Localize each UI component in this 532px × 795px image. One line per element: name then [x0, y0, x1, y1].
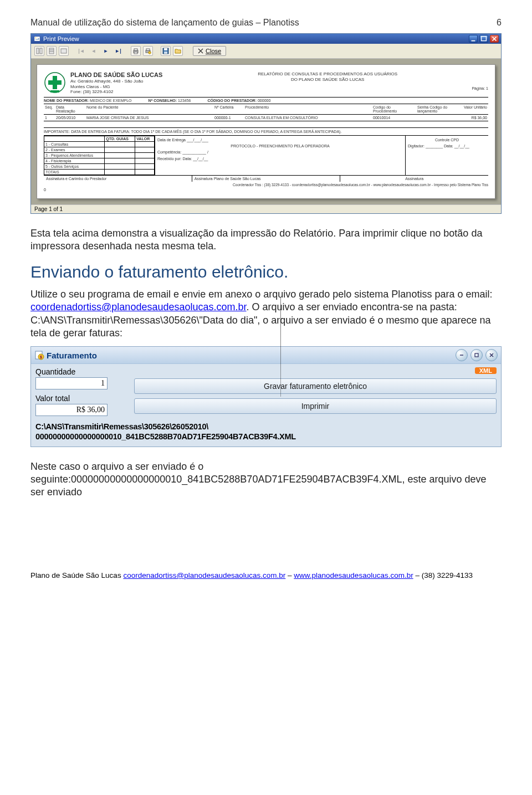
svg-rect-26: [475, 353, 478, 357]
body-text: Esta tela acima demonstra a visualização…: [30, 227, 502, 340]
svg-rect-9: [61, 49, 66, 53]
paragraph-2: Utilize o seu programa de email e envie …: [30, 288, 502, 340]
status-bar: Page 1 of 1: [31, 204, 501, 213]
close-button[interactable]: [485, 349, 498, 361]
svg-rect-3: [482, 37, 487, 41]
print-preview-window: Print Preview |◄ ◄ ► ►| Close: [30, 33, 502, 214]
close-window-button[interactable]: [490, 35, 499, 43]
close-icon: [198, 48, 203, 54]
heading-enviando: Enviando o faturamento eletrônico.: [30, 261, 502, 283]
svg-rect-2: [472, 40, 475, 42]
valor-total-input[interactable]: [35, 404, 108, 416]
last-page-icon[interactable]: ►|: [113, 46, 123, 56]
doc-title: Manual de utilização do sistema de lança…: [30, 18, 299, 28]
report-table-header: Seq. Data Realização Nome do Paciente Nº…: [44, 104, 488, 115]
maximize-button[interactable]: [470, 349, 483, 361]
report-sheet: PLANO DE SAÚDE SÃO LUCAS Av. Geraldo Ath…: [37, 64, 495, 199]
svg-rect-17: [164, 48, 167, 50]
print-icon[interactable]: [131, 46, 141, 56]
report-table-row: 1 20/05/2010 MARIA JOSE CRISTINA DE JESU…: [44, 115, 488, 121]
email-link[interactable]: coordenadortiss@planodesaudesaolucas.com…: [30, 301, 247, 312]
xml-badge: XML: [475, 367, 497, 374]
quantidade-input[interactable]: [35, 377, 108, 389]
quantidade-label: Quantidade: [35, 367, 124, 376]
gravar-faturamento-button[interactable]: Gravar faturamento eletrônico: [134, 378, 497, 394]
first-page-icon[interactable]: |◄: [76, 46, 86, 56]
faturamento-titlebar[interactable]: $ Faturamento: [31, 347, 501, 363]
save-icon[interactable]: [161, 46, 171, 56]
minimize-button[interactable]: [456, 349, 468, 361]
prev-page-icon[interactable]: ◄: [89, 46, 99, 56]
paragraph-1: Esta tela acima demonstra a visualização…: [30, 227, 502, 253]
paragraph-3: Neste caso o arquivo a ser enviado é o s…: [30, 460, 502, 499]
print-preview-titlebar[interactable]: Print Preview: [31, 34, 501, 44]
svg-rect-20: [50, 90, 59, 93]
file-path-label: C:\ANS\Transmitir\Remessas\305626\260520…: [31, 420, 501, 446]
svg-rect-12: [134, 52, 137, 54]
preview-icon: [33, 35, 41, 43]
faturamento-window: $ Faturamento Quantidade Valor total XML…: [30, 346, 502, 447]
svg-point-1: [35, 37, 37, 38]
zoom-100-icon[interactable]: [47, 46, 57, 56]
footer-site-link[interactable]: www.planodesaudesaolucas.com.br: [294, 571, 413, 579]
page-number: 6: [497, 18, 502, 28]
svg-rect-14: [146, 49, 150, 50]
svg-rect-18: [164, 52, 167, 54]
svg-rect-5: [40, 48, 42, 54]
summary-grid: QTD. GUIASVALOR 1 - Consultas 2 - Exames…: [44, 136, 488, 175]
svg-rect-0: [34, 37, 40, 42]
minimize-button[interactable]: [469, 35, 478, 43]
logo-icon: [44, 71, 66, 94]
valor-total-label: Valor total: [35, 394, 124, 403]
svg-rect-4: [37, 48, 39, 54]
next-page-icon[interactable]: ►: [101, 46, 111, 56]
svg-rect-11: [134, 49, 137, 50]
svg-point-15: [149, 52, 151, 54]
footer-email-link[interactable]: coordenadortiss@planodesaudesaolucas.com…: [123, 571, 285, 579]
print-preview-toolbar: |◄ ◄ ► ►| Close: [31, 44, 501, 59]
open-icon[interactable]: [173, 46, 183, 56]
faturamento-icon: $: [34, 350, 44, 360]
prestador-row: NOME DO PRESTADOR: MEDICO DE EXEMPLO Nº …: [44, 98, 488, 104]
svg-text:$: $: [40, 355, 42, 360]
maximize-button[interactable]: [479, 35, 488, 43]
doc-header: Manual de utilização do sistema de lança…: [30, 18, 502, 28]
zoom-fit-icon[interactable]: [34, 46, 44, 56]
print-setup-icon[interactable]: [143, 46, 153, 56]
zoom-width-icon[interactable]: [59, 46, 69, 56]
window-title: Print Preview: [43, 35, 79, 42]
imprimir-button[interactable]: Imprimir: [134, 398, 497, 414]
close-preview-button[interactable]: Close: [193, 46, 226, 56]
importante-bar: IMPORTANTE: DATA DE ENTREGA DA FATURA: T…: [44, 128, 488, 136]
doc-footer: Plano de Saúde São Lucas coordenadortiss…: [30, 571, 502, 579]
svg-rect-6: [49, 48, 54, 54]
